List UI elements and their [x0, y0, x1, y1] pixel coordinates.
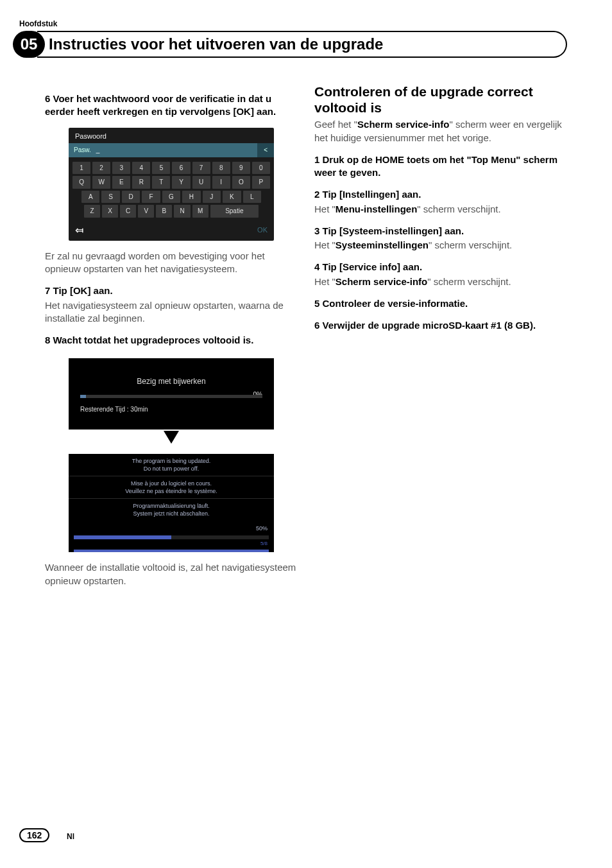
- step-7-heading: 7 Tip [OK] aan.: [45, 284, 298, 297]
- right-step-4-body: Het "Scherm service-info" scherm verschi…: [314, 275, 567, 288]
- key: 6: [172, 162, 190, 175]
- key: N: [174, 205, 190, 218]
- right-step-6: 6 Verwijder de upgrade microSD-kaart #1 …: [314, 319, 567, 332]
- prog2-msg-de-1: Programmaktualisierung läuft.: [133, 503, 210, 509]
- prog2-step-count: 5/8: [69, 541, 274, 549]
- right-column: Controleren of de upgrade correct voltoo…: [314, 83, 567, 587]
- arrow-down-icon: [167, 412, 175, 421]
- chapter-label: Hoofdstuk: [19, 19, 567, 28]
- prog2-bottom-bar: [74, 550, 269, 552]
- key: C: [120, 205, 136, 218]
- language-code: Nl: [67, 832, 74, 841]
- right-step-2-body: Het "Menu-instellingen" scherm verschijn…: [314, 203, 567, 216]
- right-step-2: 2 Tip [Instellingen] aan.: [314, 188, 567, 201]
- progress-screenshot-2: The program is being updated. Do not tur…: [69, 454, 274, 553]
- key: W: [92, 176, 110, 189]
- key: 3: [112, 162, 130, 175]
- prog2-msg-fr-2: Veuillez ne pas éteindre le système.: [125, 488, 217, 494]
- chapter-title: Instructies voor het uitvoeren van de up…: [49, 35, 383, 53]
- right-step-4: 4 Tip [Service info] aan.: [314, 261, 567, 273]
- kbd-backspace-icon: <: [257, 143, 274, 157]
- password-keyboard-screenshot: Paswoord Pasw. _ < 1234567890 QWERTYUIOP…: [69, 128, 274, 241]
- key: 9: [232, 162, 250, 175]
- right-step-5: 5 Controleer de versie-informatie.: [314, 297, 567, 310]
- step-7-body: Het navigatiesysteem zal opnieuw opstart…: [45, 299, 298, 326]
- key: K: [223, 191, 241, 204]
- prog2-msg-de: Programmaktualisierung läuft. System jet…: [69, 499, 274, 521]
- key: F: [142, 191, 160, 204]
- prog2-msg-de-2: System jetzt nicht abschalten.: [133, 510, 209, 517]
- kbd-title: Paswoord: [69, 128, 274, 144]
- kbd-cursor: _: [96, 146, 100, 155]
- verify-intro: Geef het "Scherm service-info" scherm we…: [314, 118, 567, 144]
- key: J: [203, 191, 221, 204]
- key: Spatie: [210, 205, 259, 218]
- key: 1: [72, 162, 90, 175]
- key: D: [122, 191, 140, 204]
- key: L: [243, 191, 261, 204]
- key: U: [192, 176, 210, 189]
- kbd-ok-label: OK: [257, 225, 268, 236]
- key: Q: [72, 176, 90, 189]
- key: A: [81, 191, 99, 204]
- left-column: 6 Voer het wachtwoord voor de verificati…: [45, 83, 298, 587]
- step-6-body: Er zal nu gevraagd worden om bevestiging…: [45, 250, 298, 276]
- key: 8: [212, 162, 230, 175]
- key: 4: [132, 162, 150, 175]
- key: H: [182, 191, 200, 204]
- key: 7: [192, 162, 210, 175]
- right-step-3: 3 Tip [Systeem-instellingen] aan.: [314, 225, 567, 238]
- prog2-msg-en: The program is being updated. Do not tur…: [69, 454, 274, 476]
- key: M: [192, 205, 208, 218]
- chapter-title-container: Instructies voor het uitvoeren van de up…: [37, 31, 567, 58]
- kbd-field-row: Pasw. _ <: [69, 143, 274, 157]
- key: G: [162, 191, 180, 204]
- prog2-percent: 50%: [69, 521, 274, 534]
- key: O: [232, 176, 250, 189]
- prog2-msg-en-1: The program is being updated.: [132, 458, 211, 464]
- right-step-3-body: Het "Systeeminstellingen" scherm verschi…: [314, 239, 567, 252]
- prog1-title: Bezig met bijwerken: [80, 376, 262, 386]
- kbd-field-label: Pasw.: [69, 143, 96, 157]
- prog2-msg-fr-1: Mise à jour du logiciel en cours.: [131, 480, 212, 487]
- key: R: [132, 176, 150, 189]
- page-number: 162: [19, 828, 49, 842]
- kbd-back-icon: ⤆: [75, 225, 83, 236]
- key: S: [101, 191, 119, 204]
- prog2-bar: [74, 535, 269, 539]
- key: V: [138, 205, 154, 218]
- prog2-msg-en-2: Do not turn power off.: [144, 465, 199, 472]
- key: X: [102, 205, 118, 218]
- key: 2: [92, 162, 110, 175]
- key: Y: [172, 176, 190, 189]
- chapter-number-badge: 05: [13, 31, 45, 58]
- prog2-msg-fr: Mise à jour du logiciel en cours. Veuill…: [69, 476, 274, 499]
- key: I: [212, 176, 230, 189]
- key: Z: [84, 205, 100, 218]
- key: P: [252, 176, 270, 189]
- key: B: [156, 205, 172, 218]
- prog1-bar: [80, 395, 262, 398]
- key: E: [112, 176, 130, 189]
- step-8-heading: 8 Wacht totdat het upgradeproces voltooi…: [45, 334, 298, 347]
- key: 5: [152, 162, 170, 175]
- arrow-down-icon: [164, 431, 179, 444]
- right-step-1: 1 Druk op de HOME toets om het "Top Menu…: [314, 153, 567, 180]
- chapter-header: 05 Instructies voor het uitvoeren van de…: [13, 31, 567, 58]
- key: T: [152, 176, 170, 189]
- step-6-heading: 6 Voer het wachtwoord voor de verificati…: [45, 92, 298, 119]
- step-8-body: Wanneer de installatie voltooid is, zal …: [45, 561, 298, 587]
- verify-heading: Controleren of de upgrade correct voltoo…: [314, 83, 567, 116]
- key: 0: [252, 162, 270, 175]
